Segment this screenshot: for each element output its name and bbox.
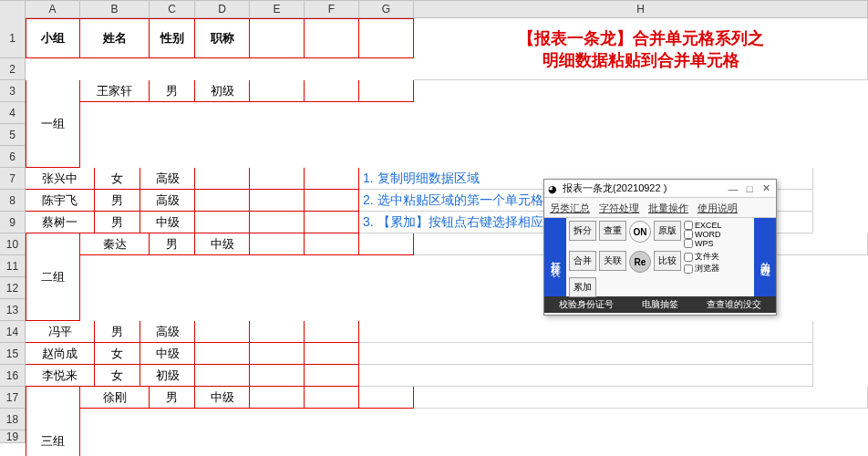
check-wps[interactable]: WPS bbox=[684, 239, 722, 248]
cell-G10[interactable] bbox=[359, 387, 414, 409]
row-header-7[interactable]: 7 bbox=[0, 168, 26, 190]
cell-D6[interactable]: 中级 bbox=[195, 233, 250, 255]
lottery-button[interactable]: 电脑抽签 bbox=[642, 298, 678, 311]
row-header-3[interactable]: 3 bbox=[0, 80, 26, 102]
cell-B6[interactable]: 秦达 bbox=[80, 233, 150, 255]
minimize-icon[interactable]: — bbox=[727, 183, 739, 194]
cell-C3[interactable]: 女 bbox=[95, 168, 140, 190]
dedup-button[interactable]: 查重 bbox=[599, 221, 626, 241]
cell-E1[interactable] bbox=[250, 18, 305, 58]
cell-G2[interactable] bbox=[359, 80, 414, 102]
col-header-A[interactable]: A bbox=[26, 1, 80, 18]
split-button[interactable]: 拆分 bbox=[569, 221, 596, 241]
row-header-11[interactable]: 11 bbox=[0, 255, 26, 277]
cell-G4[interactable] bbox=[305, 190, 359, 212]
cell-A1[interactable]: 小组 bbox=[26, 18, 80, 58]
cell-D2[interactable]: 初级 bbox=[195, 80, 250, 102]
cell-C2[interactable]: 男 bbox=[150, 80, 195, 102]
cell-F3[interactable] bbox=[250, 168, 305, 190]
cell-H9[interactable] bbox=[359, 365, 813, 387]
check-excel[interactable]: EXCEL bbox=[684, 221, 722, 230]
check-browser[interactable]: 浏览器 bbox=[684, 263, 719, 275]
cell-F10[interactable] bbox=[305, 387, 359, 409]
tool-titlebar[interactable]: ◕ 报表一条龙(20210922 ) — □ ✕ bbox=[544, 180, 776, 198]
cell-C1[interactable]: 性别 bbox=[150, 18, 195, 58]
cell-G3[interactable] bbox=[305, 168, 359, 190]
close-process-button[interactable]: 关闭进程 bbox=[754, 218, 776, 296]
cell-E4[interactable] bbox=[195, 190, 250, 212]
cell-F7[interactable] bbox=[250, 321, 305, 343]
cell-C7[interactable]: 男 bbox=[95, 321, 140, 343]
cell-A2[interactable]: 一组 bbox=[26, 80, 80, 168]
row-header-12[interactable]: 12 bbox=[0, 277, 26, 299]
cell-D7[interactable]: 高级 bbox=[140, 321, 195, 343]
close-icon[interactable]: ✕ bbox=[760, 182, 772, 194]
row-header-18[interactable]: 18 bbox=[0, 409, 26, 430]
cell-F5[interactable] bbox=[250, 212, 305, 233]
col-header-D[interactable]: D bbox=[195, 1, 250, 18]
cell-H10[interactable] bbox=[414, 387, 868, 409]
cell-E8[interactable] bbox=[195, 343, 250, 365]
row-header-1[interactable]: 1 bbox=[0, 18, 26, 58]
cell-D8[interactable]: 中级 bbox=[140, 343, 195, 365]
cell-E10[interactable] bbox=[250, 387, 305, 409]
cell-F4[interactable] bbox=[250, 190, 305, 212]
row-header-6[interactable]: 6 bbox=[0, 146, 26, 168]
cell-E6[interactable] bbox=[250, 233, 305, 255]
col-header-G[interactable]: G bbox=[359, 1, 414, 18]
tab-string[interactable]: 字符处理 bbox=[599, 202, 639, 215]
cell-B4[interactable]: 陈宇飞 bbox=[26, 190, 95, 212]
select-all-corner[interactable] bbox=[0, 1, 26, 19]
row-header-5[interactable]: 5 bbox=[0, 124, 26, 146]
orig-button[interactable]: 原版 bbox=[654, 221, 681, 241]
row-header-16[interactable]: 16 bbox=[0, 365, 26, 387]
cell-E5[interactable] bbox=[195, 212, 250, 233]
row-header-17[interactable]: 17 bbox=[0, 387, 26, 409]
cell-B5[interactable]: 蔡树一 bbox=[26, 212, 95, 233]
tab-batch[interactable]: 批量操作 bbox=[648, 202, 688, 215]
cell-D5[interactable]: 中级 bbox=[140, 212, 195, 233]
row-header-19[interactable]: 19 bbox=[0, 430, 26, 443]
col-header-F[interactable]: F bbox=[305, 1, 359, 18]
check-missing-button[interactable]: 查查谁的没交 bbox=[707, 298, 761, 311]
cell-B3[interactable]: 张兴中 bbox=[26, 168, 95, 190]
cell-E3[interactable] bbox=[195, 168, 250, 190]
cell-G7[interactable] bbox=[305, 321, 359, 343]
cell-H8[interactable] bbox=[359, 343, 813, 365]
cell-C6[interactable]: 男 bbox=[150, 233, 195, 255]
cell-F9[interactable] bbox=[250, 365, 305, 387]
row-header-2[interactable]: 2 bbox=[0, 58, 26, 80]
cell-C10[interactable]: 男 bbox=[150, 387, 195, 409]
cell-C8[interactable]: 女 bbox=[95, 343, 140, 365]
merge-button[interactable]: 合并 bbox=[569, 251, 596, 271]
row-header-15[interactable]: 15 bbox=[0, 343, 26, 365]
verify-id-button[interactable]: 校验身份证号 bbox=[559, 298, 614, 311]
accumulate-button[interactable]: 累加 bbox=[569, 277, 596, 297]
compare-button[interactable]: 比较 bbox=[654, 251, 681, 271]
re-button[interactable]: Re bbox=[629, 251, 651, 273]
link-button[interactable]: 关联 bbox=[599, 251, 626, 271]
cell-D1[interactable]: 职称 bbox=[195, 18, 250, 58]
cell-E9[interactable] bbox=[195, 365, 250, 387]
row-header-8[interactable]: 8 bbox=[0, 190, 26, 212]
row-header-4[interactable]: 4 bbox=[0, 102, 26, 124]
cell-D3[interactable]: 高级 bbox=[140, 168, 195, 190]
cell-H1[interactable]: 【报表一条龙】合并单元格系列之明细数据粘贴到合并单元格 bbox=[414, 18, 868, 80]
col-header-B[interactable]: B bbox=[80, 1, 150, 18]
col-header-E[interactable]: E bbox=[250, 1, 305, 18]
cell-E2[interactable] bbox=[250, 80, 305, 102]
cell-G1[interactable] bbox=[359, 18, 414, 58]
cell-A6[interactable]: 二组 bbox=[26, 233, 80, 321]
cell-B7[interactable]: 冯平 bbox=[26, 321, 95, 343]
cell-G6[interactable] bbox=[359, 233, 414, 255]
cell-D9[interactable]: 初级 bbox=[140, 365, 195, 387]
cell-F2[interactable] bbox=[305, 80, 359, 102]
row-header-13[interactable]: 13 bbox=[0, 299, 26, 321]
cell-C4[interactable]: 男 bbox=[95, 190, 140, 212]
cell-D10[interactable]: 中级 bbox=[195, 387, 250, 409]
col-header-C[interactable]: C bbox=[150, 1, 195, 18]
tab-summary[interactable]: 另类汇总 bbox=[550, 202, 590, 215]
maximize-icon[interactable]: □ bbox=[743, 183, 756, 194]
cell-F1[interactable] bbox=[305, 18, 359, 58]
col-header-H[interactable]: H bbox=[414, 1, 868, 18]
